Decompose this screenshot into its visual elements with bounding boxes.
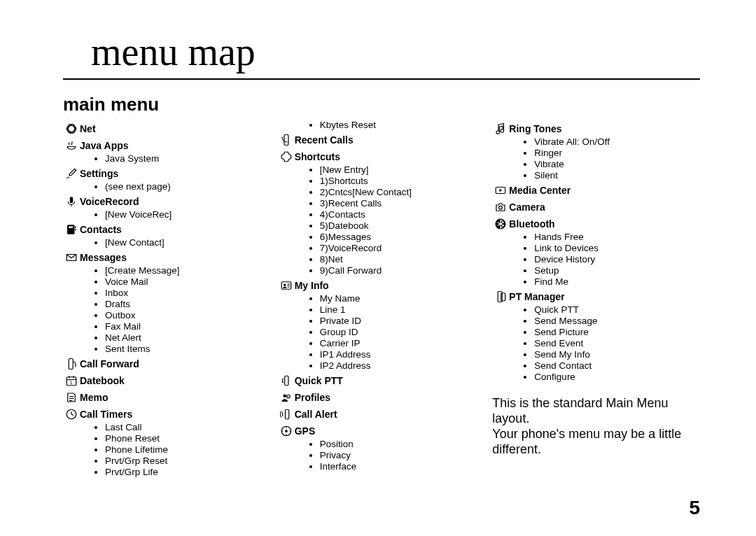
call-timers-list: Last Call Phone Reset Phone Lifetime Prv… bbox=[63, 422, 271, 478]
gps-label: GPS bbox=[295, 425, 316, 437]
list-item: Vibrate All: On/Off bbox=[534, 136, 700, 148]
list-item: 9)Call Forward bbox=[320, 265, 486, 276]
bluetooth-label: Bluetooth bbox=[509, 218, 554, 230]
contacts-list: [New Contact] bbox=[63, 237, 271, 248]
call-alert-icon bbox=[278, 408, 295, 422]
list-item: Send Picture bbox=[534, 327, 700, 338]
list-item: 5)Datebook bbox=[320, 220, 486, 232]
ring-tones-icon bbox=[492, 122, 509, 136]
my-info-list: My Name Line 1 Private ID Group ID Carri… bbox=[278, 293, 486, 372]
note-line-2: Your phone's menu may be a little differ… bbox=[492, 427, 681, 456]
list-item: 3)Recent Calls bbox=[320, 198, 486, 209]
list-item: Prvt/Grp Reset bbox=[105, 456, 271, 467]
my-info-icon bbox=[278, 279, 295, 293]
list-item: Kbytes Reset bbox=[320, 120, 486, 131]
call-forward-icon bbox=[63, 358, 80, 372]
list-item: 6)Messages bbox=[320, 232, 486, 243]
list-item: Privacy bbox=[320, 450, 486, 461]
list-item: My Name bbox=[320, 293, 486, 304]
list-item: Configure bbox=[534, 372, 700, 383]
list-item: Phone Reset bbox=[105, 433, 271, 444]
list-item: Hands Free bbox=[534, 232, 700, 243]
recent-calls-icon bbox=[278, 134, 295, 148]
messages-icon bbox=[63, 251, 80, 265]
memo-label: Memo bbox=[80, 391, 108, 404]
list-item: 7)VoiceRecord bbox=[320, 243, 486, 254]
list-item: Group ID bbox=[320, 327, 486, 338]
my-info-label: My Info bbox=[295, 279, 329, 292]
list-item: Ringer bbox=[534, 148, 700, 159]
column-1: Net Java Apps Java System Settings (see … bbox=[63, 120, 271, 479]
list-item: Java System bbox=[105, 153, 271, 164]
page-title: menu map bbox=[63, 29, 700, 74]
svg-text:1: 1 bbox=[70, 380, 73, 385]
voicerecord-icon bbox=[63, 195, 80, 209]
list-item: Private ID bbox=[320, 316, 486, 327]
svg-rect-15 bbox=[284, 376, 288, 386]
svg-point-16 bbox=[283, 395, 286, 398]
list-item: Send Event bbox=[534, 338, 700, 349]
profiles-label: Profiles bbox=[295, 391, 330, 404]
contacts-label: Contacts bbox=[80, 223, 122, 236]
contacts-icon bbox=[63, 223, 80, 237]
column-2: Kbytes Reset Recent Calls Shortcuts [New… bbox=[278, 120, 486, 479]
net-icon bbox=[63, 122, 80, 136]
svg-point-20 bbox=[285, 430, 288, 432]
list-item: [Create Message] bbox=[105, 265, 271, 276]
svg-point-14 bbox=[284, 284, 286, 286]
svg-rect-4 bbox=[67, 225, 75, 234]
svg-point-17 bbox=[286, 395, 290, 398]
list-item: Send Message bbox=[534, 316, 700, 327]
voicerecord-label: VoiceRecord bbox=[80, 195, 139, 208]
svg-rect-8 bbox=[69, 359, 73, 369]
column-3: Ring Tones Vibrate All: On/Off Ringer Vi… bbox=[492, 120, 700, 479]
bluetooth-icon bbox=[492, 218, 509, 232]
list-item: Carrier IP bbox=[320, 338, 486, 349]
list-item: Vibrate bbox=[534, 159, 700, 170]
list-item: Outbox bbox=[105, 310, 271, 321]
bluetooth-list: Hands Free Link to Devices Device Histor… bbox=[492, 232, 700, 288]
list-item: Send My Info bbox=[534, 349, 700, 360]
svg-rect-7 bbox=[75, 229, 76, 230]
list-item: IP2 Address bbox=[320, 360, 486, 372]
voicerecord-list: [New VoiceRec] bbox=[63, 209, 271, 220]
settings-list: (see next page) bbox=[63, 181, 271, 192]
list-item: IP1 Address bbox=[320, 349, 486, 360]
list-item: Setup bbox=[534, 265, 700, 276]
layout-note: This is the standard Main Menu layout. Y… bbox=[492, 395, 700, 457]
list-item: [New VoiceRec] bbox=[105, 209, 271, 220]
recent-calls-label: Recent Calls bbox=[295, 134, 354, 146]
list-item: Phone Lifetime bbox=[105, 444, 271, 456]
media-center-icon bbox=[492, 184, 509, 198]
settings-label: Settings bbox=[80, 167, 118, 180]
settings-icon bbox=[63, 167, 80, 181]
list-item: [New Contact] bbox=[105, 237, 271, 248]
list-item: (see next page) bbox=[105, 181, 271, 192]
shortcuts-list: [New Entry] 1)Shortcuts 2)Cntcs[New Cont… bbox=[278, 164, 486, 276]
media-center-label: Media Center bbox=[509, 184, 570, 197]
list-item: Silent bbox=[534, 170, 700, 181]
svg-rect-5 bbox=[69, 227, 73, 228]
quick-ptt-label: Quick PTT bbox=[295, 374, 343, 387]
java-apps-label: Java Apps bbox=[80, 139, 129, 152]
quick-ptt-icon bbox=[278, 374, 295, 388]
list-item: Voice Mail bbox=[105, 276, 271, 288]
section-title: main menu bbox=[63, 94, 700, 115]
note-line-1: This is the standard Main Menu layout. bbox=[492, 396, 668, 425]
list-item: Line 1 bbox=[320, 304, 486, 316]
list-item: Inbox bbox=[105, 288, 271, 299]
list-item: Position bbox=[320, 439, 486, 450]
call-timers-label: Call Timers bbox=[80, 408, 132, 421]
svg-rect-3 bbox=[70, 197, 74, 203]
java-apps-icon bbox=[63, 139, 80, 153]
messages-list: [Create Message] Voice Mail Inbox Drafts… bbox=[63, 265, 271, 355]
datebook-icon: 1 bbox=[63, 374, 80, 388]
list-item: 2)Cntcs[New Contact] bbox=[320, 187, 486, 198]
ring-tones-label: Ring Tones bbox=[509, 122, 561, 135]
menu-columns: Net Java Apps Java System Settings (see … bbox=[63, 120, 700, 479]
camera-label: Camera bbox=[509, 201, 545, 213]
list-item: Sent Items bbox=[105, 344, 271, 355]
svg-rect-12 bbox=[284, 135, 288, 146]
svg-rect-6 bbox=[75, 227, 76, 228]
list-item: Fax Mail bbox=[105, 321, 271, 332]
